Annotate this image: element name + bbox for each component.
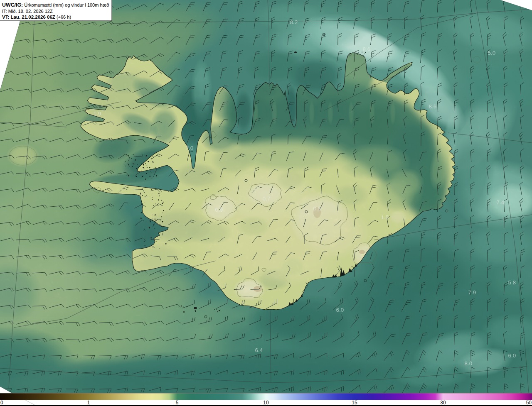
svg-text:UWC/IG: Úrkomumætti (mm) og vi: UWC/IG: Úrkomumætti (mm) og vindur i 100… bbox=[2, 2, 109, 8]
svg-text:0.7: 0.7 bbox=[263, 196, 271, 202]
svg-text:1: 1 bbox=[87, 400, 90, 406]
svg-text:5.0: 5.0 bbox=[488, 50, 496, 56]
svg-text:8.2: 8.2 bbox=[290, 19, 298, 25]
svg-text:30: 30 bbox=[440, 400, 446, 406]
svg-text:50: 50 bbox=[526, 400, 532, 406]
svg-text:7.0: 7.0 bbox=[186, 145, 194, 151]
svg-text:0.9: 0.9 bbox=[215, 207, 223, 213]
svg-text:0.5: 0.5 bbox=[313, 205, 321, 212]
svg-text:10: 10 bbox=[263, 400, 269, 406]
svg-text:IT: Mið. 18. 02. 2026 12Z: IT: Mið. 18. 02. 2026 12Z bbox=[2, 9, 53, 14]
svg-text:8.6: 8.6 bbox=[429, 103, 437, 110]
svg-text:6.0: 6.0 bbox=[508, 352, 516, 359]
svg-text:1.9: 1.9 bbox=[94, 110, 101, 117]
svg-text:1.5: 1.5 bbox=[381, 214, 389, 220]
svg-text:VT: Lau. 21.02.2026 06Z (+66 h: VT: Lau. 21.02.2026 06Z (+66 h) bbox=[2, 15, 71, 20]
svg-text:6.4: 6.4 bbox=[255, 347, 263, 353]
svg-text:5: 5 bbox=[176, 400, 179, 406]
svg-text:6.0: 6.0 bbox=[336, 307, 344, 313]
svg-text:7.4: 7.4 bbox=[497, 199, 505, 205]
svg-text:15: 15 bbox=[352, 400, 357, 406]
svg-text:8.0: 8.0 bbox=[465, 360, 473, 367]
svg-text:7.9: 7.9 bbox=[468, 289, 476, 296]
svg-text:8.6: 8.6 bbox=[363, 46, 371, 52]
svg-text:0: 0 bbox=[0, 400, 3, 406]
svg-text:5.8: 5.8 bbox=[508, 279, 516, 286]
